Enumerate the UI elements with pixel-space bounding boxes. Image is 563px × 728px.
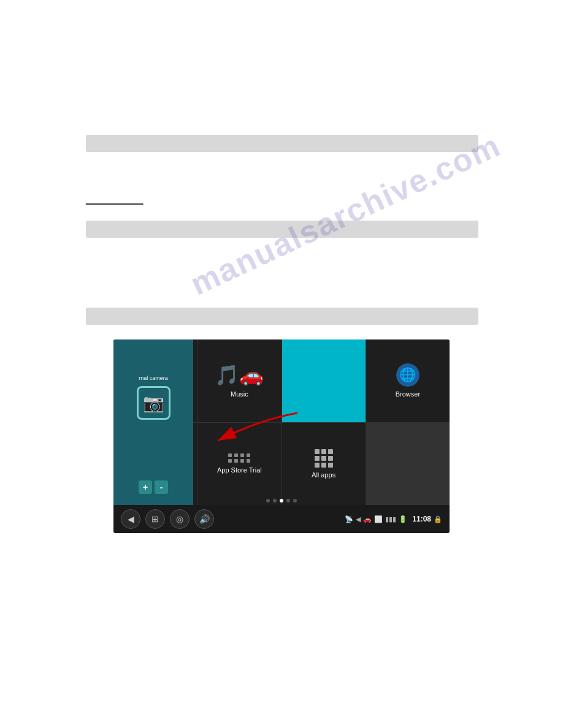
allapps-label: All apps [312,471,335,479]
wifi-icon: ▮▮▮ [385,515,396,523]
nav-icon: ◀ [356,515,361,523]
nav-left-buttons: ◀ ⊞ ◎ 🔊 [121,509,214,529]
camera-icon: 📷 [137,386,170,420]
nav-back-button[interactable]: ◀ [121,509,140,529]
music-label: Music [231,390,248,398]
display-icon: ⬜ [374,515,383,523]
nav-right-status: 📡 ◀ 🚗 ⬜ ▮▮▮ 🔋 11:08 🔒 [345,515,442,523]
music-icon: 🎵🚗 [215,363,264,387]
time-display: 11:08 [412,515,431,523]
camera-panel: rnal camera 📷 + - [113,339,193,505]
appstore-label: App Store Trial [217,466,262,474]
camera-controls: + - [139,480,168,494]
nav-home-button[interactable]: ⊞ [145,509,165,529]
signal-icon: 📡 [345,515,353,523]
screenshot-container: rnal camera 📷 + - ⚙️ Settings 🎵🚗 Music [113,339,450,533]
gray-bar-2 [86,221,477,238]
page-dot-4 [286,499,290,502]
page-dot-1 [266,499,270,502]
nav-camera-button[interactable]: ◎ [170,509,190,529]
page-dot-3 [280,499,283,502]
browser-label: Browser [396,390,420,398]
camera-plus-button[interactable]: + [139,480,152,494]
allapps-app-cell[interactable]: All apps [282,423,366,506]
active-app-cell[interactable] [282,339,366,422]
browser-app-cell[interactable]: 🌐 Browser [366,339,450,422]
appstore-app-cell[interactable]: App Store Trial [197,423,281,506]
gray-bar-3 [86,308,477,325]
page-dot-5 [293,499,297,502]
nav-volume-button[interactable]: 🔊 [194,509,214,529]
allapps-icon [315,449,333,468]
music-app-cell[interactable]: 🎵🚗 Music [197,339,281,422]
lock-icon: 🔒 [434,515,442,523]
battery-icon: 🔋 [399,515,407,523]
car-icon: 🚗 [363,515,372,523]
camera-label: rnal camera [139,375,168,381]
underline-text: ____________ [86,195,143,205]
bottom-nav: ◀ ⊞ ◎ 🔊 📡 ◀ 🚗 ⬜ ▮▮▮ 🔋 11:08 🔒 [113,505,450,533]
camera-minus-button[interactable]: - [155,480,168,494]
gray-bar-1 [86,135,477,152]
appstore-icon [228,453,250,463]
browser-icon: 🌐 [396,363,419,387]
watermark: manualsarchive.com [185,126,506,302]
page-dot-2 [273,499,277,502]
